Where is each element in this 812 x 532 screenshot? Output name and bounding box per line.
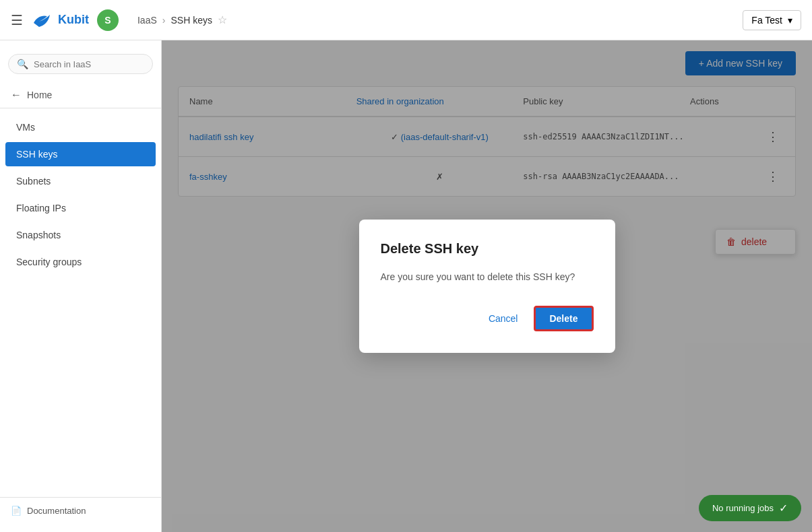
org-selector[interactable]: Fa Test ▾	[743, 10, 801, 30]
content-area: + Add new SSH key Name Shared in organiz…	[162, 40, 812, 532]
org-dropdown-icon: ▾	[788, 15, 792, 26]
sidebar-item-vms[interactable]: VMs	[5, 115, 156, 139]
home-arrow-icon: ←	[11, 89, 22, 101]
kubit-logo-icon	[31, 9, 53, 31]
status-check-icon: ✓	[779, 502, 788, 514]
doc-label: Documentation	[27, 506, 86, 516]
dialog-actions: Cancel Delete	[381, 306, 594, 331]
breadcrumb-separator-icon: ›	[162, 15, 166, 26]
search-input[interactable]	[34, 59, 144, 69]
sidebar: 🔍 ← Home VMs SSH keys Subnets Floating I…	[0, 40, 162, 532]
topbar-right: Fa Test ▾	[743, 10, 801, 30]
breadcrumb: IaaS › SSH keys ☆	[137, 13, 227, 26]
status-label: No running jobs	[712, 503, 774, 513]
dialog-body: Are you sure you want to delete this SSH…	[381, 270, 594, 284]
modal-overlay: Delete SSH key Are you sure you want to …	[162, 40, 812, 532]
sidebar-item-floating-ips[interactable]: Floating IPs	[5, 196, 156, 220]
delete-dialog: Delete SSH key Are you sure you want to …	[359, 220, 615, 353]
delete-confirm-button[interactable]: Delete	[534, 306, 593, 331]
topbar: ☰ Kubit S IaaS › SSH keys ☆ Fa Test ▾	[0, 0, 812, 40]
topbar-left: ☰ Kubit S IaaS › SSH keys ☆	[11, 9, 227, 31]
main-layout: 🔍 ← Home VMs SSH keys Subnets Floating I…	[0, 40, 812, 532]
kubit-logo-text: Kubit	[58, 13, 89, 27]
cancel-button[interactable]: Cancel	[480, 308, 526, 329]
sidebar-item-security-groups[interactable]: Security groups	[5, 250, 156, 274]
sidebar-item-subnets[interactable]: Subnets	[5, 169, 156, 193]
sidebar-item-ssh-keys[interactable]: SSH keys	[5, 142, 156, 166]
sidebar-item-snapshots[interactable]: Snapshots	[5, 223, 156, 247]
breadcrumb-current: SSH keys	[170, 15, 212, 26]
status-bar: No running jobs ✓	[699, 495, 801, 521]
menu-icon[interactable]: ☰	[11, 12, 23, 28]
home-link[interactable]: ← Home	[0, 82, 161, 108]
home-label: Home	[27, 90, 52, 100]
dialog-title: Delete SSH key	[381, 241, 594, 257]
search-box[interactable]: 🔍	[8, 54, 153, 74]
documentation-link[interactable]: 📄 Documentation	[0, 497, 161, 524]
service-logo: S	[97, 9, 119, 31]
breadcrumb-root: IaaS	[137, 15, 157, 26]
logo-area: Kubit	[31, 9, 89, 31]
star-icon[interactable]: ☆	[218, 13, 227, 26]
org-name: Fa Test	[751, 15, 782, 26]
doc-icon: 📄	[11, 506, 22, 516]
search-icon: 🔍	[17, 59, 28, 69]
